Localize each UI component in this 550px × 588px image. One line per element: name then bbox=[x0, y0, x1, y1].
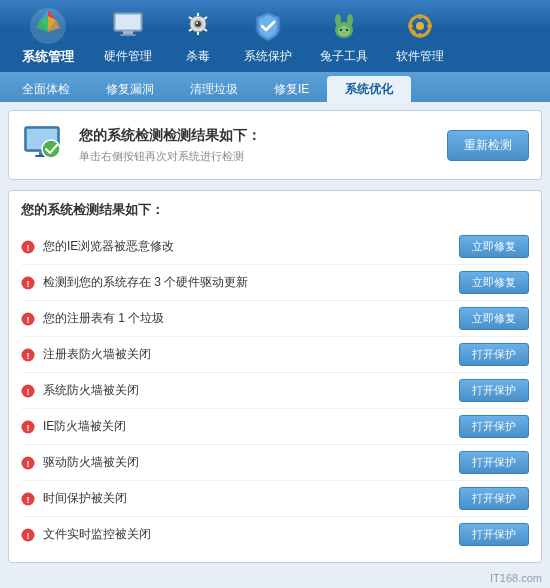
svg-rect-25 bbox=[419, 33, 422, 38]
logo-label: 系统管理 bbox=[22, 48, 74, 66]
fix-button-1[interactable]: 立即修复 bbox=[459, 271, 529, 294]
svg-point-23 bbox=[416, 22, 424, 30]
item-left: ! 系统防火墙被关闭 bbox=[21, 382, 139, 399]
result-title: 您的系统检测结果如下： bbox=[21, 201, 529, 219]
nav-item-antivirus[interactable]: 杀毒 bbox=[166, 2, 230, 71]
tab-clean-junk[interactable]: 清理垃圾 bbox=[172, 76, 256, 102]
protect-button-7[interactable]: 打开保护 bbox=[459, 487, 529, 510]
svg-text:!: ! bbox=[27, 531, 30, 541]
result-item: ! 您的注册表有 1 个垃圾 立即修复 bbox=[21, 301, 529, 337]
item-text: 检测到您的系统存在 3 个硬件驱动更新 bbox=[43, 274, 248, 291]
antivirus-nav-icon bbox=[180, 8, 216, 44]
result-item: ! IE防火墙被关闭 打开保护 bbox=[21, 409, 529, 445]
protect-button-4[interactable]: 打开保护 bbox=[459, 379, 529, 402]
tab-full-check[interactable]: 全面体检 bbox=[4, 76, 88, 102]
svg-line-11 bbox=[189, 29, 192, 31]
svg-line-10 bbox=[189, 17, 192, 19]
nav-label-antivirus: 杀毒 bbox=[186, 48, 210, 65]
svg-text:!: ! bbox=[27, 459, 30, 469]
item-text: 注册表防火墙被关闭 bbox=[43, 346, 151, 363]
nav-label-rabbit: 兔子工具 bbox=[320, 48, 368, 65]
svg-point-18 bbox=[338, 26, 350, 36]
result-item: ! 检测到您的系统存在 3 个硬件驱动更新 立即修复 bbox=[21, 265, 529, 301]
header: 系统管理 硬件管理 bbox=[0, 0, 550, 72]
nav-item-rabbit[interactable]: 兔子工具 bbox=[306, 2, 382, 71]
fix-button-0[interactable]: 立即修复 bbox=[459, 235, 529, 258]
protect-button-8[interactable]: 打开保护 bbox=[459, 523, 529, 546]
warning-icon: ! bbox=[21, 492, 35, 506]
monitor-nav-icon bbox=[110, 8, 146, 44]
nav-label-software: 软件管理 bbox=[396, 48, 444, 65]
protect-button-3[interactable]: 打开保护 bbox=[459, 343, 529, 366]
monitor-icon bbox=[21, 121, 69, 169]
svg-text:!: ! bbox=[27, 279, 30, 289]
main-content: 您的系统检测检测结果如下： 单击右侧按钮再次对系统进行检测 重新检测 您的系统检… bbox=[0, 102, 550, 588]
logo-icon bbox=[28, 6, 68, 46]
protect-button-5[interactable]: 打开保护 bbox=[459, 415, 529, 438]
svg-rect-3 bbox=[123, 31, 133, 34]
warning-icon: ! bbox=[21, 348, 35, 362]
item-left: ! 您的IE浏览器被恶意修改 bbox=[21, 238, 174, 255]
svg-text:!: ! bbox=[27, 495, 30, 505]
svg-text:!: ! bbox=[27, 243, 30, 253]
svg-rect-27 bbox=[427, 24, 432, 27]
item-text: 系统防火墙被关闭 bbox=[43, 382, 139, 399]
item-text: 您的IE浏览器被恶意修改 bbox=[43, 238, 174, 255]
gear-nav-icon bbox=[402, 8, 438, 44]
tab-system-optimize[interactable]: 系统优化 bbox=[327, 76, 411, 102]
svg-text:!: ! bbox=[27, 315, 30, 325]
item-text: IE防火墙被关闭 bbox=[43, 418, 126, 435]
nav-item-software[interactable]: 软件管理 bbox=[382, 2, 458, 71]
warning-icon: ! bbox=[21, 456, 35, 470]
warning-icon: ! bbox=[21, 420, 35, 434]
item-left: ! IE防火墙被关闭 bbox=[21, 418, 126, 435]
tab-fix-ie[interactable]: 修复IE bbox=[256, 76, 327, 102]
logo-area: 系统管理 bbox=[8, 6, 88, 66]
warning-icon: ! bbox=[21, 528, 35, 542]
svg-point-14 bbox=[196, 22, 198, 24]
result-item: ! 驱动防火墙被关闭 打开保护 bbox=[21, 445, 529, 481]
item-left: ! 时间保护被关闭 bbox=[21, 490, 127, 507]
svg-text:!: ! bbox=[27, 351, 30, 361]
svg-line-9 bbox=[204, 29, 207, 31]
svg-line-8 bbox=[204, 17, 207, 19]
svg-point-17 bbox=[347, 14, 353, 26]
item-left: ! 文件实时监控被关闭 bbox=[21, 526, 151, 543]
svg-point-36 bbox=[42, 140, 60, 158]
nav-label-protect: 系统保护 bbox=[244, 48, 292, 65]
result-item: ! 您的IE浏览器被恶意修改 立即修复 bbox=[21, 229, 529, 265]
item-text: 文件实时监控被关闭 bbox=[43, 526, 151, 543]
result-item: ! 注册表防火墙被关闭 打开保护 bbox=[21, 337, 529, 373]
svg-text:!: ! bbox=[27, 387, 30, 397]
warning-icon: ! bbox=[21, 240, 35, 254]
result-item: ! 系统防火墙被关闭 打开保护 bbox=[21, 373, 529, 409]
svg-point-20 bbox=[346, 28, 348, 30]
protect-button-6[interactable]: 打开保护 bbox=[459, 451, 529, 474]
item-text: 时间保护被关闭 bbox=[43, 490, 127, 507]
svg-rect-26 bbox=[408, 24, 413, 27]
item-left: ! 注册表防火墙被关闭 bbox=[21, 346, 151, 363]
nav-label-hardware: 硬件管理 bbox=[104, 48, 152, 65]
warning-icon: ! bbox=[21, 312, 35, 326]
info-title: 您的系统检测检测结果如下： bbox=[79, 127, 261, 145]
svg-text:!: ! bbox=[27, 423, 30, 433]
nav-item-hardware[interactable]: 硬件管理 bbox=[90, 2, 166, 71]
tab-fix-vuln[interactable]: 修复漏洞 bbox=[88, 76, 172, 102]
item-left: ! 您的注册表有 1 个垃圾 bbox=[21, 310, 164, 327]
rabbit-nav-icon bbox=[326, 8, 362, 44]
svg-point-19 bbox=[340, 28, 342, 30]
info-subtitle: 单击右侧按钮再次对系统进行检测 bbox=[79, 149, 261, 164]
svg-point-21 bbox=[342, 32, 346, 34]
svg-rect-24 bbox=[419, 14, 422, 19]
result-item: ! 时间保护被关闭 打开保护 bbox=[21, 481, 529, 517]
warning-icon: ! bbox=[21, 276, 35, 290]
recheck-button[interactable]: 重新检测 bbox=[447, 130, 529, 161]
item-text: 驱动防火墙被关闭 bbox=[43, 454, 139, 471]
tab-bar: 全面体检 修复漏洞 清理垃圾 修复IE 系统优化 bbox=[0, 72, 550, 102]
fix-button-2[interactable]: 立即修复 bbox=[459, 307, 529, 330]
svg-point-13 bbox=[195, 21, 201, 27]
nav-item-protect[interactable]: 系统保护 bbox=[230, 2, 306, 71]
info-left: 您的系统检测检测结果如下： 单击右侧按钮再次对系统进行检测 bbox=[21, 121, 261, 169]
shield-nav-icon bbox=[250, 8, 286, 44]
info-box: 您的系统检测检测结果如下： 单击右侧按钮再次对系统进行检测 重新检测 bbox=[8, 110, 542, 180]
